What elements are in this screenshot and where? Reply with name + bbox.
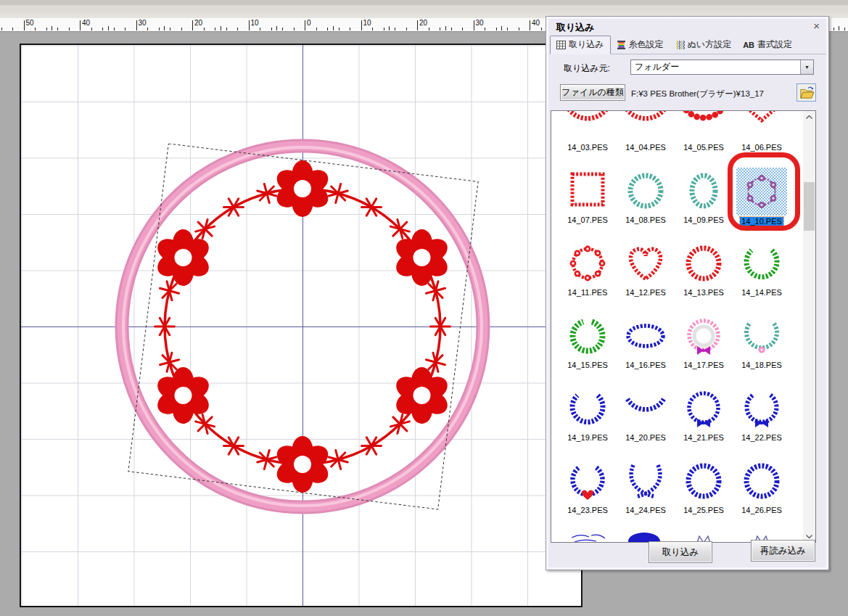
dialog-title: 取り込み	[556, 21, 595, 34]
file-thumbnail	[564, 530, 611, 543]
list-scrollbar[interactable]	[803, 111, 815, 542]
file-thumbnail	[564, 385, 611, 432]
file-item[interactable]: 14_24.PES	[617, 458, 675, 530]
file-name: 14_05.PES	[675, 142, 733, 152]
file-name: 14_16.PES	[617, 360, 675, 370]
grid-icon	[556, 41, 566, 49]
tab-糸色設定[interactable]: 糸色設定	[611, 36, 670, 54]
tab-ぬい方設定[interactable]: ぬい方設定	[670, 36, 738, 54]
file-item[interactable]: 14_16.PES	[617, 313, 675, 385]
file-name: 14_21.PES	[675, 432, 733, 443]
file-grid: 14_03.PES14_04.PES14_05.PES14_06.PES14_0…	[551, 111, 802, 542]
file-item[interactable]: 14_26.PES	[733, 458, 791, 530]
file-item[interactable]: 14_09.PES	[675, 168, 733, 240]
file-thumbnail	[564, 168, 611, 214]
file-thumbnail	[680, 313, 727, 359]
file-name: 14_07.PES	[559, 215, 617, 225]
file-item[interactable]: 14_17.PES	[675, 313, 733, 385]
file-thumbnail	[622, 240, 669, 287]
file-name: 14_15.PES	[559, 360, 617, 370]
file-thumbnail	[622, 313, 669, 359]
file-item[interactable]: 14_14.PES	[733, 240, 791, 313]
tab-書式設定[interactable]: AB書式設定	[737, 36, 798, 54]
file-name: 14_19.PES	[559, 432, 617, 443]
scroll-thumb[interactable]	[804, 182, 815, 231]
source-label: 取り込み元:	[564, 62, 610, 75]
file-name: 14_12.PES	[617, 287, 675, 297]
embroidery-design[interactable]	[21, 45, 581, 606]
tab-label: 取り込み	[569, 38, 604, 51]
file-name: 14_22.PES	[733, 432, 791, 443]
file-name: 14_11.PES	[559, 287, 617, 297]
source-combobox[interactable]: フォルダー ▼	[630, 59, 814, 75]
tab-label: 糸色設定	[629, 38, 664, 51]
file-thumbnail	[622, 110, 669, 141]
file-thumbnail	[680, 110, 727, 141]
file-thumbnail	[622, 168, 669, 214]
file-item[interactable]: 14_04.PES	[617, 110, 675, 168]
chevron-down-icon	[806, 535, 812, 538]
file-item[interactable]: 14_25.PES	[675, 458, 733, 530]
design-canvas[interactable]	[20, 44, 583, 607]
file-thumbnail	[738, 458, 785, 504]
file-thumbnail	[564, 110, 611, 141]
scroll-up-button[interactable]	[803, 111, 815, 123]
file-item[interactable]: 14_12.PES	[617, 240, 675, 313]
reload-button[interactable]: 再読み込み	[751, 540, 815, 562]
file-thumbnail	[680, 168, 727, 214]
file-name: 14_17.PES	[675, 360, 733, 370]
file-item[interactable]: 14_07.PES	[559, 168, 617, 240]
file-thumbnail	[680, 385, 727, 432]
file-name: 14_20.PES	[617, 432, 675, 443]
import-button[interactable]: 取り込み	[649, 541, 712, 563]
combo-value: フォルダー	[631, 61, 800, 73]
file-item[interactable]: 14_21.PES	[675, 385, 733, 458]
file-name: 14_06.PES	[733, 142, 791, 152]
file-item[interactable]: 14_22.PES	[733, 385, 791, 458]
stitch-icon	[675, 41, 685, 49]
chevron-down-icon[interactable]: ▼	[800, 60, 813, 74]
tab-label: ぬい方設定	[688, 38, 732, 51]
file-name: 14_14.PES	[733, 287, 791, 297]
file-thumbnail	[622, 458, 669, 504]
file-name: 14_13.PES	[675, 287, 733, 297]
file-thumbnail	[738, 313, 785, 359]
file-thumbnail	[622, 385, 669, 432]
file-item[interactable]	[559, 530, 617, 543]
file-item[interactable]: 14_03.PES	[559, 110, 617, 168]
file-name: 14_03.PES	[559, 142, 617, 152]
file-name: 14_10.PES	[733, 216, 791, 226]
file-thumbnail	[738, 240, 785, 287]
file-item[interactable]: 14_08.PES	[617, 168, 675, 240]
file-item[interactable]: 14_11.PES	[559, 240, 617, 313]
path-text: F:¥3 PES Brother(ブラザー)¥13_17	[631, 89, 795, 99]
file-thumbnail	[564, 313, 611, 359]
application-window: 5040302010010203040 取り込み × 取り込み糸色設定ぬい方設定…	[0, 0, 848, 616]
file-type-button[interactable]: ファイルの種類	[560, 84, 625, 101]
file-thumbnail	[738, 385, 785, 432]
tab-取り込み[interactable]: 取り込み	[550, 36, 611, 54]
file-thumbnail	[680, 240, 727, 287]
tab-bar: 取り込み糸色設定ぬい方設定AB書式設定	[550, 37, 826, 54]
file-item[interactable]: 14_15.PES	[559, 313, 617, 385]
chevron-up-icon	[806, 115, 812, 119]
file-item[interactable]: 14_20.PES	[617, 385, 675, 458]
file-thumbnail	[680, 458, 727, 504]
spool-icon	[617, 41, 626, 49]
file-name: 14_09.PES	[675, 215, 733, 225]
file-item[interactable]: 14_05.PES	[675, 110, 733, 168]
file-thumbnail	[564, 240, 611, 287]
file-item[interactable]: 14_13.PES	[675, 240, 733, 313]
file-item[interactable]: 14_06.PES	[733, 110, 791, 168]
file-item[interactable]: 14_19.PES	[559, 385, 617, 458]
browse-folder-button[interactable]	[796, 83, 816, 102]
file-name: 14_04.PES	[617, 142, 675, 152]
folder-open-icon	[799, 86, 815, 99]
close-icon[interactable]: ×	[813, 20, 820, 31]
file-list[interactable]: 14_03.PES14_04.PES14_05.PES14_06.PES14_0…	[551, 110, 816, 543]
file-name: 14_24.PES	[617, 505, 675, 515]
file-item[interactable]: 14_10.PES	[733, 168, 791, 240]
file-item[interactable]: 14_23.PES	[559, 458, 617, 530]
file-item[interactable]: 14_18.PES	[733, 313, 791, 385]
import-dialog: 取り込み × 取り込み糸色設定ぬい方設定AB書式設定 取り込み元: フォルダー …	[546, 16, 829, 570]
